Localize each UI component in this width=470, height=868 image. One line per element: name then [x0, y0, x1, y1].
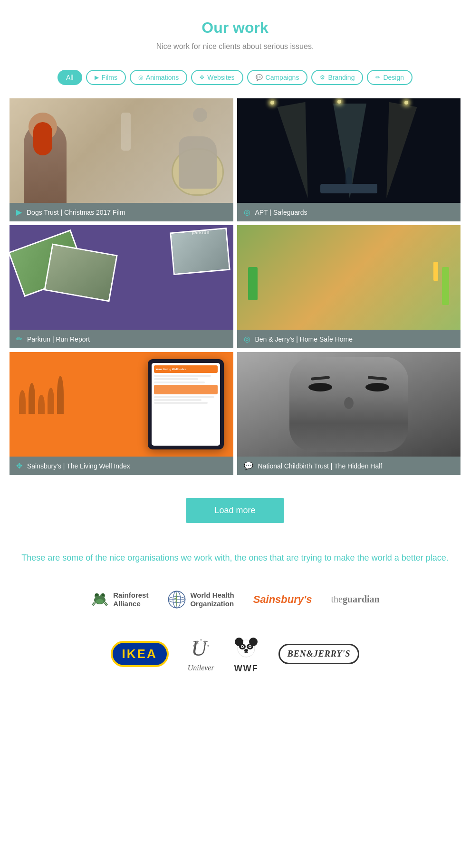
- partner-sainsburys-logo: Sainsbury's: [253, 593, 312, 606]
- filter-label-animations: Animations: [146, 74, 179, 81]
- work-item-ben-jerrys[interactable]: HOMESAFEHOME ◎ Ben & Jerry's | Home Safe…: [237, 225, 461, 348]
- svg-point-22: [197, 643, 199, 645]
- nct-label: 💬 National Childbirth Trust | The Hidden…: [237, 457, 461, 475]
- work-grid: ▶ Dogs Trust | Christmas 2017 Film ◎ APT…: [0, 95, 470, 479]
- parkrun-title: Parkrun | Run Report: [27, 335, 90, 343]
- animation-icon-3: ◎: [244, 334, 250, 343]
- filter-btn-animations[interactable]: ◎ Animations: [130, 70, 187, 85]
- parkrun-brand-text: parkrun: [192, 230, 209, 235]
- filter-btn-design[interactable]: ✏ Design: [367, 70, 412, 85]
- partner-ben-jerrys-logo: BEN&JERRY'S: [278, 644, 360, 664]
- apt-stage: [320, 184, 377, 193]
- sainsburys-title: Sainsbury's | The Living Well Index: [27, 462, 130, 470]
- filter-label-films: Films: [102, 74, 117, 81]
- filter-label-design: Design: [383, 74, 404, 81]
- filter-btn-films[interactable]: ▶ Films: [86, 70, 126, 85]
- filter-btn-campaigns[interactable]: 💬 Campaigns: [247, 70, 308, 85]
- ben-jerrys-logo-text: BEN&JERRY'S: [278, 644, 360, 664]
- partner-guardian: theguardian: [331, 594, 380, 605]
- parkrun-photo-2: [44, 244, 117, 302]
- ikea-logo-text: IKEA: [111, 641, 169, 667]
- work-item-dogs-trust[interactable]: ▶ Dogs Trust | Christmas 2017 Film: [10, 98, 233, 221]
- cursor-icon-2: ✥: [16, 461, 22, 470]
- filter-btn-all[interactable]: All: [58, 70, 82, 85]
- nct-thumbnail: [237, 352, 461, 457]
- design-pencil-icon: ✏: [16, 334, 22, 343]
- dogs-trust-title: Dogs Trust | Christmas 2017 Film: [27, 209, 125, 216]
- who-text: World HealthOrganization: [190, 591, 234, 608]
- frog-icon: [90, 588, 109, 610]
- film-icon: ▶: [16, 208, 22, 217]
- svg-point-17: [196, 640, 198, 643]
- filter-label-campaigns: Campaigns: [266, 74, 299, 81]
- filter-btn-branding[interactable]: ⚙ Branding: [311, 70, 363, 85]
- partner-wwf: WWF: [233, 634, 259, 674]
- filter-label-branding: Branding: [328, 74, 355, 81]
- partner-rainforest-alliance: RainforestAlliance: [90, 588, 148, 610]
- partner-who: World HealthOrganization: [167, 590, 234, 609]
- svg-point-31: [241, 646, 243, 648]
- work-item-parkrun[interactable]: parkrun ✏ Parkrun | Run Report: [10, 225, 233, 348]
- ben-jerrys-title: Ben & Jerry's | Home Safe Home: [255, 335, 353, 343]
- partners-row-1: RainforestAlliance World HealthOrganizat…: [19, 588, 451, 610]
- filter-label-websites: Websites: [207, 74, 234, 81]
- partners-row-2: IKEA U Unilever: [19, 634, 451, 674]
- filter-btn-websites[interactable]: ✥ Websites: [191, 70, 243, 85]
- page-subtitle: Nice work for nice clients about serious…: [10, 42, 460, 51]
- svg-point-21: [193, 645, 194, 647]
- load-more-button[interactable]: Load more: [186, 498, 284, 523]
- parkrun-thumbnail: parkrun: [10, 225, 233, 330]
- partner-unilever: U Unilever: [188, 636, 214, 672]
- guardian-logo-text: theguardian: [331, 594, 380, 605]
- page-title: Our work: [10, 19, 460, 37]
- partners-section: These are some of the nice organisations…: [0, 542, 470, 726]
- apt-label: ◎ APT | Safeguards: [237, 203, 461, 221]
- work-item-sainsburys[interactable]: Your Living Well Index ✥ Sainsbury's | T…: [10, 352, 233, 475]
- svg-point-33: [244, 649, 248, 652]
- apt-thumbnail: [237, 98, 461, 203]
- who-emblem-icon: [167, 590, 186, 609]
- load-more-section: Load more: [0, 479, 470, 542]
- parkrun-label: ✏ Parkrun | Run Report: [10, 330, 233, 348]
- animation-icon: ◎: [138, 74, 143, 81]
- svg-point-5: [96, 599, 104, 604]
- partner-ikea: IKEA: [111, 641, 169, 667]
- spotlight-light-1: [270, 101, 274, 105]
- homesafe-thumbnail: HOMESAFEHOME: [237, 225, 461, 330]
- partners-tagline: These are some of the nice organisations…: [19, 552, 451, 564]
- campaign-chat-icon: 💬: [244, 461, 253, 470]
- nct-title: National Childbirth Trust | The Hidden H…: [258, 462, 383, 470]
- apt-title: APT | Safeguards: [255, 209, 307, 216]
- play-icon: ▶: [95, 74, 99, 81]
- page-header: Our work Nice work for nice clients abou…: [0, 0, 470, 60]
- wwf-text: WWF: [234, 664, 259, 674]
- pencil-icon: ✏: [375, 74, 380, 81]
- cursor-icon: ✥: [200, 74, 204, 81]
- panda-icon: [233, 634, 259, 662]
- chat-icon: 💬: [256, 74, 263, 81]
- ben-jerrys-label: ◎ Ben & Jerry's | Home Safe Home: [237, 330, 461, 348]
- spotlight-light-3: [404, 101, 408, 105]
- animation-icon-2: ◎: [244, 208, 250, 217]
- filter-label-all: All: [66, 74, 74, 81]
- sainsburys-label: ✥ Sainsbury's | The Living Well Index: [10, 457, 233, 475]
- unilever-name-text: Unilever: [188, 664, 214, 672]
- svg-point-20: [207, 645, 209, 647]
- dogs-trust-label: ▶ Dogs Trust | Christmas 2017 Film: [10, 203, 233, 221]
- sainsburys-thumbnail: Your Living Well Index: [10, 352, 233, 457]
- svg-point-18: [200, 639, 201, 640]
- rainforest-alliance-text: RainforestAlliance: [113, 591, 148, 608]
- sainsburys-logo-text: Sainsbury's: [253, 593, 312, 606]
- unilever-icon: U: [189, 636, 213, 662]
- work-item-nct[interactable]: 💬 National Childbirth Trust | The Hidden…: [237, 352, 461, 475]
- svg-point-19: [204, 640, 206, 643]
- spotlight-light-2: [337, 100, 341, 104]
- work-item-apt[interactable]: ◎ APT | Safeguards: [237, 98, 461, 221]
- svg-point-23: [203, 643, 205, 645]
- svg-point-3: [95, 593, 98, 596]
- svg-point-32: [249, 646, 250, 648]
- filter-bar: All ▶ Films ◎ Animations ✥ Websites 💬 Ca…: [0, 60, 470, 95]
- svg-point-4: [102, 593, 105, 596]
- svg-text:U: U: [191, 636, 208, 660]
- dogs-trust-thumbnail: [10, 98, 233, 203]
